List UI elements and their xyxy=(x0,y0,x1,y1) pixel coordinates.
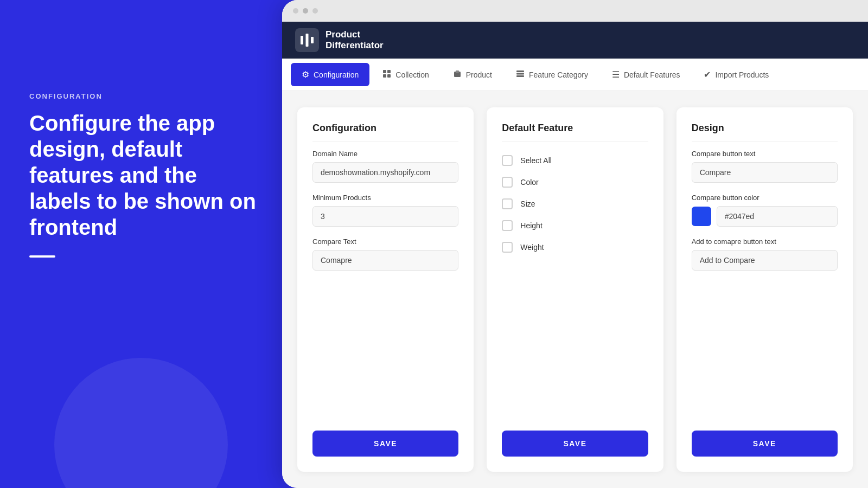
browser-dot-2 xyxy=(303,8,308,14)
logo-icon xyxy=(295,28,319,52)
color-hex-input[interactable] xyxy=(717,206,838,227)
svg-rect-4 xyxy=(387,70,391,73)
checkbox-weight-label: Weight xyxy=(520,243,544,252)
svg-rect-5 xyxy=(383,74,386,78)
checkbox-size: Size xyxy=(502,193,648,215)
default-features-icon: ☰ xyxy=(612,69,620,80)
config-card-title: Configuration xyxy=(312,123,458,142)
color-input-row xyxy=(692,206,838,227)
svg-rect-2 xyxy=(311,37,314,43)
left-panel: CONFIGURATION Configure the app design, … xyxy=(29,92,257,258)
feature-category-icon xyxy=(516,69,525,80)
checkbox-select-all-box[interactable] xyxy=(502,155,513,166)
domain-name-input[interactable] xyxy=(312,162,458,183)
config-save-button[interactable]: SAVE xyxy=(312,431,458,457)
collection-icon xyxy=(382,69,391,80)
design-card-title: Design xyxy=(692,123,838,142)
svg-rect-9 xyxy=(516,70,524,72)
tab-collection-label: Collection xyxy=(395,70,429,79)
default-feature-card: Default Feature Select All Color Size He… xyxy=(487,107,663,472)
svg-rect-10 xyxy=(516,73,524,74)
browser-dot-3 xyxy=(312,8,318,14)
left-heading: Configure the app design, default featur… xyxy=(29,110,257,240)
checkbox-weight-box[interactable] xyxy=(502,242,513,253)
svg-rect-11 xyxy=(516,75,524,77)
compare-text-input[interactable] xyxy=(312,250,458,271)
browser-chrome xyxy=(282,0,868,22)
app-header: Product Differentiator xyxy=(282,22,868,59)
min-products-input[interactable] xyxy=(312,206,458,227)
compare-btn-color-label: Compare button color xyxy=(692,194,838,202)
tab-product[interactable]: Product xyxy=(442,59,503,91)
design-card: Design Compare button text Compare butto… xyxy=(676,107,853,472)
default-feature-save-button[interactable]: SAVE xyxy=(502,431,648,457)
checkbox-height-label: Height xyxy=(520,221,542,230)
compare-btn-color-group: Compare button color xyxy=(692,194,838,227)
tab-default-features[interactable]: ☰ Default Features xyxy=(601,59,691,91)
min-products-label: Minimum Products xyxy=(312,194,458,202)
checkbox-weight: Weight xyxy=(502,236,648,258)
default-feature-title: Default Feature xyxy=(502,123,648,142)
left-label: CONFIGURATION xyxy=(29,92,257,100)
tab-default-features-label: Default Features xyxy=(624,70,680,79)
checkbox-select-all-label: Select All xyxy=(520,156,552,165)
logo-text: Product Differentiator xyxy=(326,29,384,52)
checkbox-size-box[interactable] xyxy=(502,198,513,209)
domain-name-group: Domain Name xyxy=(312,150,458,183)
color-swatch[interactable] xyxy=(692,207,711,226)
tab-product-label: Product xyxy=(466,70,492,79)
checkbox-select-all: Select All xyxy=(502,150,648,171)
compare-btn-text-group: Compare button text xyxy=(692,150,838,183)
svg-rect-1 xyxy=(306,34,309,47)
tab-import-products-label: Import Products xyxy=(715,70,769,79)
checkbox-height: Height xyxy=(502,215,648,236)
checkbox-color: Color xyxy=(502,171,648,193)
main-content: Configuration Domain Name Minimum Produc… xyxy=(282,91,868,488)
svg-rect-6 xyxy=(387,74,391,78)
product-icon xyxy=(453,69,462,80)
add-compare-input[interactable] xyxy=(692,250,838,271)
compare-text-label: Compare Text xyxy=(312,237,458,246)
svg-rect-3 xyxy=(383,70,386,73)
tab-configuration-label: Configuration xyxy=(314,70,359,79)
import-products-icon: ✔ xyxy=(704,69,711,80)
checkbox-color-label: Color xyxy=(520,178,538,187)
add-compare-group: Add to comapre button text xyxy=(692,237,838,271)
tab-feature-category[interactable]: Feature Category xyxy=(505,59,599,91)
tab-feature-category-label: Feature Category xyxy=(529,70,588,79)
tab-import-products[interactable]: ✔ Import Products xyxy=(693,59,780,91)
compare-btn-text-input[interactable] xyxy=(692,162,838,183)
compare-text-group: Compare Text xyxy=(312,237,458,271)
add-compare-label: Add to comapre button text xyxy=(692,237,838,246)
checkbox-color-box[interactable] xyxy=(502,177,513,188)
checkbox-size-label: Size xyxy=(520,200,535,208)
checkbox-height-box[interactable] xyxy=(502,220,513,231)
compare-btn-text-label: Compare button text xyxy=(692,150,838,158)
nav-tabs: ⚙ Configuration Collection Product Featu… xyxy=(282,59,868,91)
configuration-card: Configuration Domain Name Minimum Produc… xyxy=(297,107,474,472)
svg-rect-0 xyxy=(301,36,303,44)
browser-dot-1 xyxy=(293,8,298,14)
config-icon: ⚙ xyxy=(302,69,309,80)
tab-collection[interactable]: Collection xyxy=(372,59,439,91)
app-logo: Product Differentiator xyxy=(295,28,384,52)
domain-name-label: Domain Name xyxy=(312,150,458,158)
app-shell: Product Differentiator ⚙ Configuration C… xyxy=(282,0,868,488)
tab-configuration[interactable]: ⚙ Configuration xyxy=(291,63,369,86)
min-products-group: Minimum Products xyxy=(312,194,458,227)
left-divider xyxy=(29,255,55,258)
svg-rect-8 xyxy=(456,70,459,73)
design-save-button[interactable]: SAVE xyxy=(692,431,838,457)
